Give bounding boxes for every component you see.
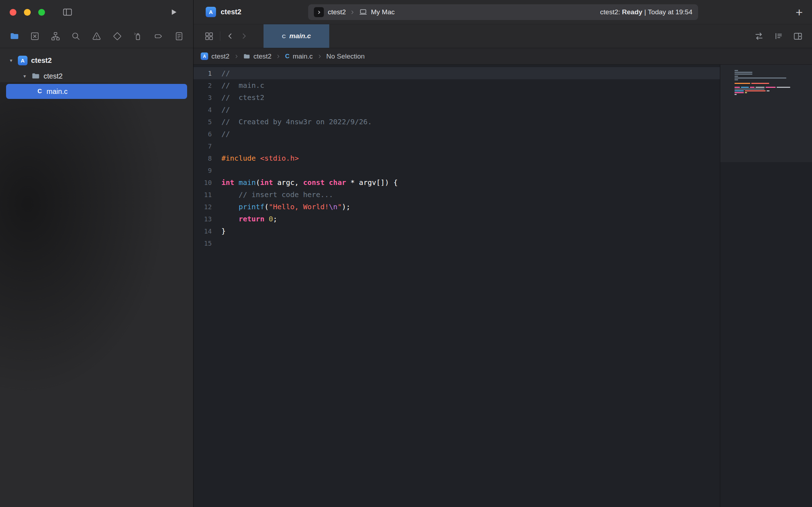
chevron-right-icon (276, 54, 281, 59)
line-number: 9 (194, 167, 221, 174)
zoom-window-button[interactable] (38, 9, 45, 16)
code-text: int main(int argc, const char * argv[]) … (221, 178, 398, 187)
minimize-window-button[interactable] (24, 9, 31, 16)
code-line[interactable]: 11 // insert code here... (194, 189, 720, 201)
navigator-tab-tests-icon[interactable] (112, 31, 122, 41)
tree-item-project[interactable]: ▾ A ctest2 (0, 52, 193, 68)
executable-icon (314, 7, 324, 17)
code-line[interactable]: 2// main.c (194, 79, 720, 91)
navigator-tab-breakpoints-icon[interactable] (153, 31, 163, 41)
sidebar-shadow (0, 82, 171, 403)
project-app-icon: A (18, 56, 27, 65)
scheme-selector[interactable]: ctest2 My Mac ctest2: Ready | Today at 1… (308, 4, 698, 20)
code-text: } (221, 227, 226, 235)
editor-tab-main-c[interactable]: C main.c (264, 24, 329, 48)
line-number: 14 (194, 227, 221, 235)
navigator-tab-symbols-icon[interactable] (50, 31, 60, 41)
line-number: 8 (194, 155, 221, 162)
minimap[interactable] (720, 65, 812, 507)
library-add-button[interactable]: + (793, 6, 805, 18)
toolbar: A ctest2 ctest2 My Mac ctest2: Ready | T… (194, 0, 812, 24)
main-area: A ctest2 ctest2 My Mac ctest2: Ready | T… (194, 0, 812, 507)
navigator-tab-bar (0, 24, 193, 48)
add-editor-icon[interactable] (793, 31, 803, 41)
breadcrumb-selection[interactable]: No Selection (326, 52, 365, 60)
traffic-lights (10, 9, 45, 16)
tab-label: main.c (289, 32, 311, 40)
folder-icon (31, 72, 40, 80)
code-line[interactable]: 4// (194, 104, 720, 116)
run-button[interactable] (169, 7, 178, 17)
tree-item-file-selected[interactable]: C main.c (6, 84, 187, 99)
code-text: // (221, 69, 230, 77)
xcode-window: ▾ A ctest2 ▾ ctest2 C main.c A ctest2 (0, 0, 812, 507)
scheme-target[interactable]: ctest2 (328, 8, 346, 16)
line-number: 15 (194, 240, 221, 247)
code-line[interactable]: 6// (194, 128, 720, 140)
navigator-tab-find-icon[interactable] (71, 31, 81, 41)
code-line[interactable]: 9 (194, 164, 720, 176)
code-text: printf("Hello, World!\n"); (221, 202, 350, 211)
scheme-destination[interactable]: My Mac (371, 8, 395, 16)
line-number: 3 (194, 94, 221, 101)
line-number: 11 (194, 191, 221, 199)
code-text: // main.c (221, 81, 264, 90)
line-number: 6 (194, 130, 221, 138)
code-line[interactable]: 10int main(int argc, const char * argv[]… (194, 176, 720, 189)
go-forward-icon[interactable] (240, 32, 248, 40)
tab-bar-left-controls (194, 24, 254, 48)
breadcrumb-file[interactable]: C main.c (285, 52, 312, 60)
code-line[interactable]: 15 (194, 237, 720, 249)
folder-icon (243, 53, 250, 60)
window-title: ctest2 (221, 8, 241, 16)
code-area[interactable]: 1//2// main.c3// ctest24//5// Created by… (194, 65, 720, 507)
code-line[interactable]: 14} (194, 225, 720, 237)
tab-bar-right-controls (754, 24, 812, 48)
line-number: 7 (194, 142, 221, 150)
source-editor[interactable]: 1//2// main.c3// ctest24//5// Created by… (194, 65, 812, 507)
line-number: 5 (194, 118, 221, 126)
breadcrumb-project[interactable]: A ctest2 (201, 52, 230, 60)
tab-overview-icon[interactable] (204, 31, 214, 41)
tree-item-label: main.c (46, 87, 67, 96)
go-back-icon[interactable] (226, 32, 234, 40)
line-number: 12 (194, 203, 221, 211)
navigator-tab-debug-icon[interactable] (133, 31, 143, 41)
code-line[interactable]: 5// Created by 4nsw3r on 2022/9/26. (194, 116, 720, 128)
code-line[interactable]: 7 (194, 140, 720, 152)
window-project-badge: A ctest2 (206, 7, 241, 17)
sidebar-titlebar (0, 0, 193, 24)
c-file-icon: C (282, 33, 286, 39)
navigator-tab-reports-icon[interactable] (174, 31, 184, 41)
navigator-tree: ▾ A ctest2 ▾ ctest2 C main.c (0, 48, 193, 99)
tree-item-label: ctest2 (44, 72, 62, 80)
code-line[interactable]: 1// (194, 67, 720, 79)
tree-item-label: ctest2 (31, 56, 52, 65)
sidebar-toggle-icon[interactable] (62, 7, 73, 17)
code-text: #include <stdio.h> (221, 154, 299, 162)
divider (220, 31, 220, 41)
editor-tab-bar: C main.c (194, 24, 812, 48)
c-file-icon: C (285, 53, 289, 60)
line-number: 1 (194, 70, 221, 77)
code-review-icon[interactable] (754, 31, 764, 41)
navigator-tab-source-control-icon[interactable] (30, 31, 40, 41)
tree-item-group[interactable]: ▾ ctest2 (0, 68, 193, 84)
minimap-lines (735, 70, 806, 98)
code-line[interactable]: 12 printf("Hello, World!\n"); (194, 201, 720, 213)
breadcrumb-group[interactable]: ctest2 (243, 52, 272, 60)
code-line[interactable]: 8#include <stdio.h> (194, 152, 720, 164)
disclosure-chevron-icon[interactable]: ▾ (21, 73, 29, 79)
navigator-tab-project-icon[interactable] (9, 31, 19, 41)
close-window-button[interactable] (10, 9, 16, 16)
code-text: // Created by 4nsw3r on 2022/9/26. (221, 117, 372, 126)
code-text: // (221, 130, 230, 138)
editor-options-icon[interactable] (774, 31, 783, 41)
code-line[interactable]: 3// ctest2 (194, 91, 720, 104)
navigator-tab-issues-icon[interactable] (92, 31, 102, 41)
disclosure-chevron-icon[interactable]: ▾ (7, 57, 15, 63)
line-number: 10 (194, 179, 221, 186)
chevron-right-icon (234, 54, 239, 59)
code-text: return 0; (221, 215, 277, 223)
code-line[interactable]: 13 return 0; (194, 213, 720, 225)
